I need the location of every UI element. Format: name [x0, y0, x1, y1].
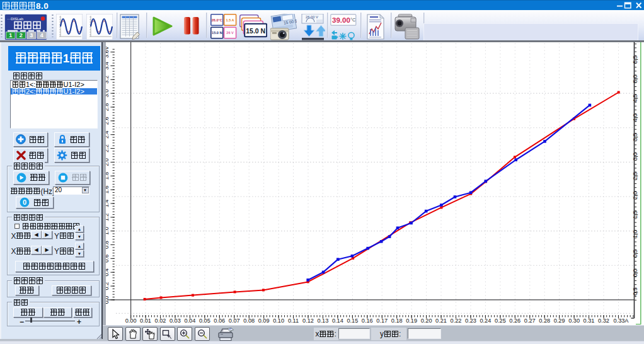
svg-text:0.10: 0.10	[273, 318, 284, 324]
svg-text:0.26: 0.26	[509, 318, 520, 324]
svg-text:4.5: 4.5	[632, 95, 638, 103]
svg-text:3.0: 3.0	[632, 152, 638, 161]
svg-text:0.22: 0.22	[451, 318, 462, 324]
svg-text:0: 0	[23, 198, 26, 206]
svg-text:···DISLab: ···DISLab	[7, 16, 24, 20]
svg-text:0.19: 0.19	[406, 318, 417, 324]
svg-text:0.30: 0.30	[568, 318, 580, 324]
svg-text:0.14: 0.14	[332, 318, 343, 324]
svg-text:0.15: 0.15	[347, 318, 358, 324]
svg-text:0.16: 0.16	[362, 318, 373, 324]
svg-text:0.13: 0.13	[317, 318, 328, 324]
svg-text:1: 1	[9, 32, 12, 38]
svg-text:1.0: 1.0	[632, 230, 638, 238]
svg-text:0.21: 0.21	[435, 318, 447, 324]
svg-text:0.33A: 0.33A	[613, 318, 629, 324]
svg-text:0.07: 0.07	[229, 318, 240, 324]
svg-text:0.28: 0.28	[539, 318, 550, 324]
svg-text:0.29: 0.29	[554, 318, 565, 324]
svg-text:0.31: 0.31	[584, 318, 595, 324]
svg-text:15.0 N: 15.0 N	[212, 31, 222, 35]
svg-text:2.5: 2.5	[632, 172, 638, 180]
svg-text:3.5: 3.5	[632, 133, 638, 141]
svg-text:0.03: 0.03	[170, 318, 181, 324]
svg-text:39.00: 39.00	[332, 16, 350, 24]
svg-text:0.04: 0.04	[184, 318, 195, 324]
svg-text:0.05: 0.05	[199, 318, 210, 324]
svg-text:0.18: 0.18	[391, 318, 403, 324]
svg-text:0.12: 0.12	[302, 318, 314, 324]
svg-text:0.01: 0.01	[140, 318, 151, 324]
svg-text:0.23: 0.23	[465, 318, 476, 324]
svg-text:0.11: 0.11	[288, 318, 299, 324]
svg-text:5.0: 5.0	[632, 75, 638, 83]
svg-text:0.0: 0.0	[632, 269, 638, 277]
svg-text:0.20: 0.20	[421, 318, 432, 324]
svg-text:4: 4	[40, 32, 43, 38]
svg-text:0.32: 0.32	[598, 318, 609, 324]
svg-text:0.02: 0.02	[155, 318, 166, 324]
svg-text:1.5: 1.5	[632, 210, 638, 219]
svg-text:5.5: 5.5	[632, 55, 638, 64]
svg-text:15.0 N: 15.0 N	[246, 26, 265, 34]
svg-text:26 V: 26 V	[226, 31, 234, 35]
svg-text:0.17: 0.17	[376, 318, 388, 324]
svg-text:26.0°C: 26.0°C	[211, 18, 222, 22]
svg-text:0.5: 0.5	[632, 249, 638, 258]
svg-text:3: 3	[30, 32, 33, 38]
svg-text:0.09: 0.09	[258, 318, 270, 324]
svg-text:0.06: 0.06	[214, 318, 225, 324]
svg-text:0.00: 0.00	[125, 318, 137, 324]
svg-text:0.27: 0.27	[524, 318, 536, 324]
svg-text:°C: °C	[350, 17, 356, 23]
svg-text:0.25: 0.25	[495, 318, 506, 324]
svg-text:2.0: 2.0	[632, 192, 638, 200]
svg-text:0.08: 0.08	[243, 318, 255, 324]
svg-text:1.5 A: 1.5 A	[226, 18, 234, 22]
svg-text:0.24: 0.24	[480, 318, 491, 324]
svg-text:2: 2	[20, 32, 23, 38]
svg-text:4.0: 4.0	[632, 113, 638, 122]
svg-text:-0.5: -0.5	[632, 287, 638, 297]
